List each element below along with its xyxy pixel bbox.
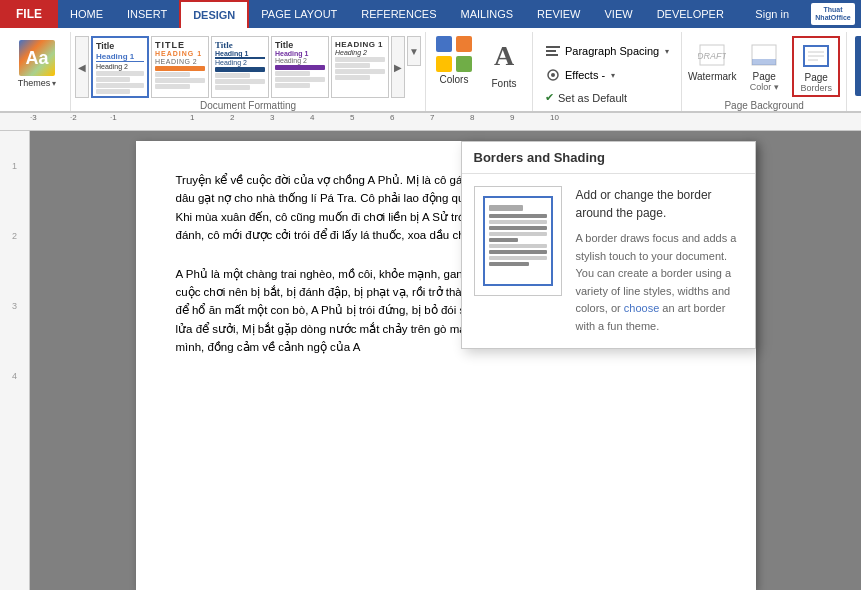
preview-line-2 xyxy=(489,220,547,224)
page-background-group: DRAFT Watermark Page Color ▾ xyxy=(682,32,846,111)
popup-header: Borders and Shading xyxy=(462,142,755,174)
effects-icon xyxy=(545,67,561,83)
theme-card-2-heading: HEADING 1 xyxy=(155,50,205,57)
ruler-mark-9: 9 xyxy=(510,113,514,122)
theme-card-5[interactable]: HEADING 1 Heading 2 xyxy=(331,36,389,98)
theme-card-1-heading2: Heading 2 xyxy=(96,63,144,70)
ruler: ·3 ·2 ·1 1 2 3 4 5 6 7 8 9 10 xyxy=(0,113,861,131)
scroll-right-arrow[interactable]: ▶ xyxy=(391,36,405,98)
ruler-mark-l3: ·3 xyxy=(30,113,37,122)
theme-card-4-line3 xyxy=(275,77,325,82)
sign-in-button[interactable]: Sign in xyxy=(743,8,801,20)
theme-card-5-line4 xyxy=(335,75,370,80)
page-borders-label: Page xyxy=(805,72,828,83)
theme-card-1-title: Title xyxy=(96,41,144,51)
paragraph-spacing-button[interactable]: Paragraph Spacing ▾ xyxy=(541,41,673,61)
tab-file[interactable]: FILE xyxy=(0,0,58,28)
para-spacing-icon xyxy=(545,43,561,59)
effects-svg xyxy=(546,68,560,82)
theme-card-4-line4 xyxy=(275,83,310,88)
page-borders-button[interactable]: Page Borders xyxy=(792,36,840,97)
page-border-preview xyxy=(483,196,553,286)
preview-line-9 xyxy=(489,262,530,266)
tab-insert[interactable]: INSERT xyxy=(115,0,179,28)
watermark-label: Watermark xyxy=(688,71,737,82)
theme-card-3-line3 xyxy=(215,79,265,84)
preview-line-4 xyxy=(489,232,547,236)
theme-card-1[interactable]: Title Heading 1 Heading 2 xyxy=(91,36,149,98)
watermark-svg: DRAFT xyxy=(698,41,726,69)
theme-card-5-heading: Heading 2 xyxy=(335,49,385,56)
theme-card-5-title: HEADING 1 xyxy=(335,40,385,49)
doc-format-group: ◀ Title Heading 1 Heading 2 TITLE HEADIN… xyxy=(71,32,426,111)
theme-card-2-line2 xyxy=(155,72,190,77)
fonts-button[interactable]: A Fonts xyxy=(482,36,526,89)
theme-card-3-heading: Heading 1 xyxy=(215,50,265,59)
theme-card-2[interactable]: TITLE HEADING 1 HEADING 2 xyxy=(151,36,209,98)
watermark-button[interactable]: DRAFT Watermark xyxy=(688,36,736,97)
preview-line-1 xyxy=(489,214,547,218)
svg-text:DRAFT: DRAFT xyxy=(698,51,726,61)
popup-detail-text: A border draws focus and adds a stylish … xyxy=(576,230,743,336)
tab-home[interactable]: HOME xyxy=(58,0,115,28)
svg-point-4 xyxy=(551,73,555,77)
tab-view[interactable]: VIEW xyxy=(593,0,645,28)
para-group-inner: Paragraph Spacing ▾ Effects - ▾ ✔ Se xyxy=(541,41,673,106)
scroll-left-arrow[interactable]: ◀ xyxy=(75,36,89,98)
colors-label: Colors xyxy=(440,74,469,85)
page-color-icon xyxy=(748,39,780,71)
theme-card-1-heading: Heading 1 xyxy=(96,52,144,62)
color-swatch-orange xyxy=(456,36,472,52)
document-area: Truyện kể về cuộc đời của vợ chồng A Phủ… xyxy=(30,131,861,590)
preview-line-5 xyxy=(489,238,518,242)
popup-main-text: Add or change the border around the page… xyxy=(576,186,743,222)
tab-mailings[interactable]: MAILINGS xyxy=(449,0,526,28)
colors-button[interactable]: Colors xyxy=(432,36,476,89)
set-as-default-button[interactable]: ✔ Set as Default xyxy=(541,89,673,106)
colors-icon xyxy=(436,36,472,72)
theme-card-4-line1 xyxy=(275,65,325,70)
more-themes-arrow[interactable]: ▼ xyxy=(407,36,421,66)
page-color-label: Page xyxy=(753,71,776,82)
theme-card-3-line2 xyxy=(215,73,250,78)
theme-card-4-heading2: Heading 2 xyxy=(275,57,325,64)
document-page-wrapper: Truyện kể về cuộc đời của vợ chồng A Phủ… xyxy=(136,141,756,590)
ruler-mark-10: 10 xyxy=(550,113,559,122)
set-default-label: Set as Default xyxy=(558,92,627,104)
ruler-mark-8: 8 xyxy=(470,113,474,122)
margin-2: 2 xyxy=(12,231,17,241)
themes-dropdown-arrow: ▾ xyxy=(52,79,56,88)
page-color-button[interactable]: Page Color ▾ xyxy=(740,36,788,97)
choose-link[interactable]: choose xyxy=(624,302,659,314)
left-margin: 1 2 3 4 xyxy=(0,131,30,590)
tab-design[interactable]: DESIGN xyxy=(179,0,249,28)
theme-card-3[interactable]: Title Heading 1 Heading 2 xyxy=(211,36,269,98)
preview-line-8 xyxy=(489,256,547,260)
ruler-mark-2: 2 xyxy=(230,113,234,122)
page-borders-svg xyxy=(802,42,830,70)
ruler-container: ·3 ·2 ·1 1 2 3 4 5 6 7 8 9 10 xyxy=(30,113,721,131)
themes-group: Aa Themes ▾ · xyxy=(4,32,71,111)
logo-image: ThuatNhatOffice xyxy=(811,3,855,25)
color-swatch-blue xyxy=(436,36,452,52)
theme-card-4-heading: Heading 1 xyxy=(275,50,325,57)
ruler-mark-5: 5 xyxy=(350,113,354,122)
tab-developer[interactable]: DEVELOPER xyxy=(645,0,736,28)
theme-card-2-title: TITLE xyxy=(155,40,205,50)
theme-card-5-line3 xyxy=(335,69,385,74)
tab-references[interactable]: REFERENCES xyxy=(349,0,448,28)
tab-page-layout[interactable]: PAGE LAYOUT xyxy=(249,0,349,28)
ruler-marks: ·3 ·2 ·1 1 2 3 4 5 6 7 8 9 10 xyxy=(30,113,721,131)
tab-review[interactable]: REVIEW xyxy=(525,0,592,28)
thuathuat-logo[interactable]: Thuat Nhat Office xyxy=(855,36,861,96)
theme-card-4[interactable]: Title Heading 1 Heading 2 xyxy=(271,36,329,98)
tab-bar: FILE HOME INSERT DESIGN PAGE LAYOUT REFE… xyxy=(0,0,861,28)
checkmark-icon: ✔ xyxy=(545,91,554,104)
page-color-svg xyxy=(750,41,778,69)
themes-button[interactable]: Aa Themes ▾ xyxy=(10,36,64,92)
effects-button[interactable]: Effects - ▾ xyxy=(541,65,673,85)
ruler-mark-6: 6 xyxy=(390,113,394,122)
thuathuat-logo-group: Thuat Nhat Office xyxy=(846,32,861,111)
fonts-label: Fonts xyxy=(491,78,516,89)
margin-1: 1 xyxy=(12,161,17,171)
